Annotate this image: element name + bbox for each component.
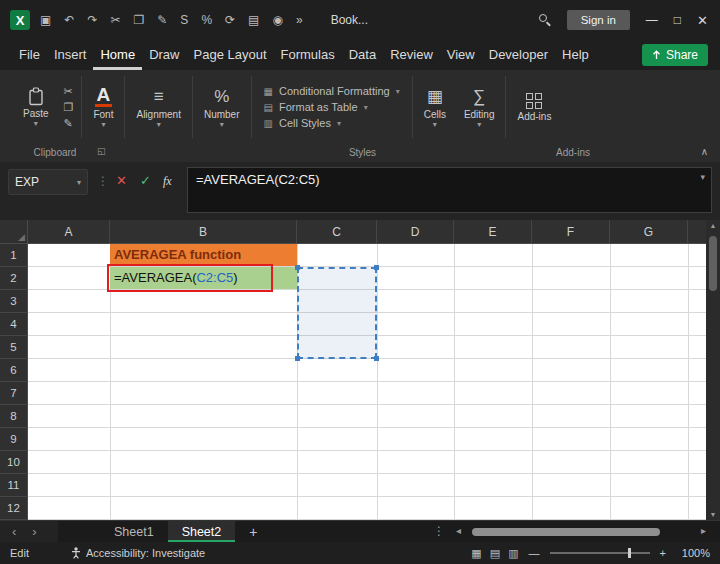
formula-input[interactable]: =AVERAGEA(C2:C5) ▾: [187, 167, 712, 213]
cells-area[interactable]: AVERAGEA function =AVERAGEA(C2:C5): [28, 244, 706, 520]
name-box[interactable]: EXP ▾: [8, 169, 88, 195]
horizontal-scrollbar[interactable]: [470, 528, 688, 536]
cut-icon[interactable]: ✂: [64, 86, 74, 97]
format-painter-icon[interactable]: ✎: [64, 118, 74, 129]
dialog-launcher-icon[interactable]: ◱: [97, 146, 106, 156]
range-selection-c2-c5[interactable]: [297, 267, 377, 359]
undo-icon[interactable]: ↶: [64, 13, 74, 27]
zoom-level[interactable]: 100%: [676, 547, 710, 559]
vertical-scrollbar[interactable]: ▲ ▼: [706, 220, 720, 520]
scroll-right-icon[interactable]: ▸: [701, 525, 706, 536]
zoom-slider-thumb[interactable]: [628, 548, 631, 558]
menu-tab-file[interactable]: File: [12, 40, 47, 70]
row-header-7[interactable]: 7: [0, 382, 28, 405]
paste-button[interactable]: Paste ▾: [14, 70, 58, 144]
accessibility-status[interactable]: Accessibility: Investigate: [71, 547, 205, 559]
column-header-e[interactable]: E: [454, 220, 532, 243]
zoom-in-icon[interactable]: +: [660, 547, 666, 559]
menu-tab-formulas[interactable]: Formulas: [274, 40, 342, 70]
row-header-10[interactable]: 10: [0, 451, 28, 474]
menu-tab-review[interactable]: Review: [383, 40, 440, 70]
confirm-entry-icon[interactable]: ✓: [140, 173, 151, 188]
column-header-c[interactable]: C: [297, 220, 377, 243]
copy-icon[interactable]: ❐: [64, 102, 74, 113]
menu-tab-data[interactable]: Data: [342, 40, 383, 70]
save-icon[interactable]: ▣: [40, 13, 51, 27]
font-group-button[interactable]: A Font ▾: [84, 70, 122, 144]
scroll-up-icon[interactable]: ▲: [706, 222, 720, 229]
alignment-group-button[interactable]: ≡ Alignment ▾: [127, 70, 189, 144]
column-header-d[interactable]: D: [377, 220, 454, 243]
menu-tab-help[interactable]: Help: [555, 40, 596, 70]
add-sheet-button[interactable]: +: [235, 521, 271, 542]
tab-overflow-icon[interactable]: ⋮: [433, 524, 445, 538]
insert-function-icon[interactable]: fx: [163, 174, 172, 189]
zoom-slider[interactable]: [550, 552, 650, 554]
row-header-1[interactable]: 1: [0, 244, 28, 267]
sheet-tab-sheet1[interactable]: Sheet1: [100, 521, 168, 542]
row-header-12[interactable]: 12: [0, 497, 28, 520]
menu-tab-draw[interactable]: Draw: [142, 40, 186, 70]
redo-icon[interactable]: ↷: [87, 13, 97, 27]
search-icon[interactable]: [539, 14, 551, 26]
sheet-tab-sheet2[interactable]: Sheet2: [168, 521, 236, 542]
row-header-9[interactable]: 9: [0, 428, 28, 451]
refresh-icon[interactable]: ⟳: [225, 13, 235, 27]
selection-handle[interactable]: [295, 265, 300, 270]
row-header-8[interactable]: 8: [0, 405, 28, 428]
scroll-down-icon[interactable]: ▼: [706, 511, 720, 518]
selection-handle[interactable]: [374, 265, 379, 270]
cancel-entry-icon[interactable]: ✕: [116, 173, 127, 188]
formula-bar-expand-icon[interactable]: ▾: [700, 172, 705, 182]
page-break-view-icon[interactable]: ▥: [508, 547, 518, 560]
number-group-button[interactable]: % Number ▾: [195, 70, 249, 144]
vertical-scroll-thumb[interactable]: [709, 236, 717, 291]
camera-icon[interactable]: ◉: [272, 13, 282, 27]
row-header-3[interactable]: 3: [0, 290, 28, 313]
horizontal-scroll-thumb[interactable]: [472, 528, 660, 536]
page-layout-view-icon[interactable]: ▤: [490, 547, 500, 560]
row-header-2[interactable]: 2: [0, 267, 28, 290]
copy-icon[interactable]: ❐: [134, 13, 145, 27]
collapse-ribbon-icon[interactable]: ∧: [701, 146, 708, 157]
column-header-a[interactable]: A: [28, 220, 110, 243]
cell-styles-button[interactable]: ▥ Cell Styles ▾: [264, 117, 400, 129]
format-as-table-button[interactable]: ▤ Format as Table ▾: [264, 101, 400, 113]
menu-tab-page-layout[interactable]: Page Layout: [187, 40, 274, 70]
addins-button[interactable]: Add-ins: [508, 70, 560, 144]
scroll-left-icon[interactable]: ◂: [456, 525, 461, 536]
row-header-6[interactable]: 6: [0, 359, 28, 382]
document-icon[interactable]: ▤: [248, 13, 259, 27]
prev-sheet-icon[interactable]: ‹: [12, 524, 16, 539]
menu-tab-insert[interactable]: Insert: [47, 40, 94, 70]
maximize-button[interactable]: □: [674, 13, 681, 27]
selection-handle[interactable]: [295, 356, 300, 361]
chevron-down-icon[interactable]: ▾: [77, 178, 81, 187]
minimize-button[interactable]: —: [646, 13, 658, 27]
cell-b2-editing[interactable]: =AVERAGEA(C2:C5): [110, 267, 297, 289]
percent-icon[interactable]: %: [201, 13, 212, 27]
editing-group-button[interactable]: ∑ Editing ▾: [455, 70, 504, 144]
conditional-formatting-button[interactable]: ▦ Conditional Formatting ▾: [264, 85, 400, 97]
column-header-partial[interactable]: [688, 220, 706, 243]
zoom-out-icon[interactable]: —: [529, 547, 540, 559]
menu-tab-developer[interactable]: Developer: [482, 40, 555, 70]
row-header-11[interactable]: 11: [0, 474, 28, 497]
selection-handle[interactable]: [374, 356, 379, 361]
row-header-5[interactable]: 5: [0, 336, 28, 359]
next-sheet-icon[interactable]: ›: [32, 524, 36, 539]
select-all-corner[interactable]: ◢: [0, 220, 28, 244]
column-header-g[interactable]: G: [610, 220, 688, 243]
format-painter-icon[interactable]: ✎: [157, 13, 167, 27]
cut-icon[interactable]: ✂: [110, 13, 120, 27]
more-commands-icon[interactable]: »: [296, 13, 303, 27]
bold-icon[interactable]: S: [180, 13, 188, 27]
normal-view-icon[interactable]: ▦: [471, 547, 481, 560]
menu-tab-view[interactable]: View: [440, 40, 482, 70]
close-button[interactable]: ✕: [697, 13, 708, 28]
share-button[interactable]: Share: [642, 44, 708, 66]
row-header-4[interactable]: 4: [0, 313, 28, 336]
menu-tab-home[interactable]: Home: [93, 40, 142, 70]
sign-in-button[interactable]: Sign in: [567, 10, 630, 30]
cells-group-button[interactable]: ▦ Cells ▾: [415, 70, 455, 144]
